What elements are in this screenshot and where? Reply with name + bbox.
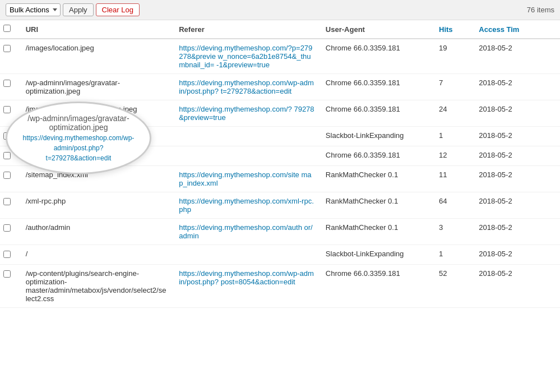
row-hits: 19: [433, 39, 473, 74]
row-checkbox-cell: [0, 74, 20, 100]
clear-log-button[interactable]: Clear Log: [96, 3, 140, 16]
table-row: /xml-rpc.phphttps://deving.mythemeshop.c…: [0, 192, 560, 219]
row-referer: https://deving.mythemeshop.com/site map_…: [173, 166, 320, 192]
row-uri: /: [20, 245, 174, 265]
row-referer: [173, 245, 320, 265]
row-hits: 3: [433, 219, 473, 245]
row-user-agent: RankMathChecker 0.1: [320, 166, 433, 192]
row-checkbox-cell: [0, 127, 20, 146]
table-header-row: URI Referer User-Agent Hits Access Tim: [0, 20, 560, 39]
row-checkbox-cell: [0, 219, 20, 245]
header-uri: URI: [20, 20, 174, 39]
row-user-agent: Chrome 66.0.3359.181: [320, 265, 433, 308]
row-checkbox[interactable]: [3, 198, 11, 205]
row-user-agent: RankMathChecker 0.1: [320, 192, 433, 219]
row-checkbox[interactable]: [3, 80, 11, 87]
table-wrapper: /wp-adminn/images/gravatar- optimization…: [0, 20, 560, 308]
row-access-time: 2018-05-2: [473, 127, 560, 146]
row-user-agent: Slackbot-LinkExpanding: [320, 127, 433, 146]
select-all-checkbox[interactable]: [3, 25, 11, 32]
item-count: 76 items: [527, 6, 554, 14]
table-row: /sitemap_index.xmlhttps://deving.mytheme…: [0, 166, 560, 192]
table-row: /Slackbot-LinkExpanding12018-05-2: [0, 127, 560, 146]
table-row: /wp-adminn/images/gravatar-optimization.…: [0, 74, 560, 100]
referer-link[interactable]: https://deving.mythemeshop.com/?p=279278…: [179, 44, 312, 69]
row-access-time: 2018-05-2: [473, 245, 560, 265]
row-access-time: 2018-05-2: [473, 74, 560, 100]
table-row: /images/location.jpeghttps://deving.myth…: [0, 39, 560, 74]
table-row: /wp-content/plugins/search-engine-optimi…: [0, 265, 560, 308]
row-user-agent: Chrome 66.0.3359.181: [320, 100, 433, 127]
referer-link[interactable]: https://deving.mythemeshop.com/site map_…: [179, 170, 311, 187]
log-table: URI Referer User-Agent Hits Access Tim /…: [0, 20, 560, 308]
row-access-time: 2018-05-2: [473, 100, 560, 127]
row-uri: /images/location.jpeg: [20, 39, 174, 74]
row-uri: /author/admin: [20, 219, 174, 245]
apply-button[interactable]: Apply: [63, 3, 94, 16]
toolbar: Bulk Actions Apply Clear Log 76 items: [0, 0, 560, 20]
row-uri: /wp-content/plugins/search-engine-optimi…: [20, 265, 174, 308]
row-checkbox[interactable]: [3, 270, 11, 278]
row-checkbox[interactable]: [3, 224, 11, 232]
row-checkbox-cell: [0, 100, 20, 127]
row-referer: https://deving.mythemeshop.com/wp-admin/…: [173, 74, 320, 100]
header-hits[interactable]: Hits: [433, 20, 473, 39]
row-user-agent: Chrome 66.0.3359.181: [320, 146, 433, 166]
row-hits: 64: [433, 192, 473, 219]
row-checkbox[interactable]: [3, 251, 11, 258]
referer-link[interactable]: https://deving.mythemeshop.com/wp-admin/…: [179, 269, 314, 286]
row-user-agent: RankMathChecker 0.1: [320, 219, 433, 245]
row-hits: 1: [433, 245, 473, 265]
row-access-time: 2018-05-2: [473, 166, 560, 192]
table-row: /seo-checkupChrome 66.0.3359.181122018-0…: [0, 146, 560, 166]
header-referer: Referer: [173, 20, 320, 39]
header-access-time[interactable]: Access Tim: [473, 20, 560, 39]
row-uri: /: [20, 127, 174, 146]
row-hits: 52: [433, 265, 473, 308]
referer-link[interactable]: https://deving.mythemeshop.com/wp-admin/…: [179, 79, 314, 95]
header-check: [0, 20, 20, 39]
table-row: /author/adminhttps://deving.mythemeshop.…: [0, 219, 560, 245]
row-referer: https://deving.mythemeshop.com/xml-rpc.p…: [173, 192, 320, 219]
bulk-actions-select[interactable]: Bulk Actions: [6, 3, 61, 16]
table-row: /images/gravatar-optimization.jpeghttps:…: [0, 100, 560, 127]
row-hits: 24: [433, 100, 473, 127]
row-checkbox-cell: [0, 265, 20, 308]
row-hits: 11: [433, 166, 473, 192]
row-uri: /xml-rpc.php: [20, 192, 174, 219]
row-checkbox-cell: [0, 192, 20, 219]
row-hits: 1: [433, 127, 473, 146]
row-uri: /wp-adminn/images/gravatar-optimization.…: [20, 74, 174, 100]
row-access-time: 2018-05-2: [473, 219, 560, 245]
row-user-agent: Chrome 66.0.3359.181: [320, 74, 433, 100]
referer-link[interactable]: https://deving.mythemeshop.com/auth or/a…: [179, 223, 312, 240]
row-checkbox-cell: [0, 146, 20, 166]
row-uri: /sitemap_index.xml: [20, 166, 174, 192]
row-referer: https://deving.mythemeshop.com/?p=279278…: [173, 39, 320, 74]
row-access-time: 2018-05-2: [473, 146, 560, 166]
row-referer: [173, 127, 320, 146]
row-referer: https://deving.mythemeshop.com/auth or/a…: [173, 219, 320, 245]
row-user-agent: Slackbot-LinkExpanding: [320, 245, 433, 265]
row-checkbox[interactable]: [3, 45, 11, 52]
row-access-time: 2018-05-2: [473, 192, 560, 219]
row-access-time: 2018-05-2: [473, 39, 560, 74]
row-access-time: 2018-05-2: [473, 265, 560, 308]
row-uri: /seo-checkup: [20, 146, 174, 166]
row-checkbox[interactable]: [3, 132, 11, 140]
row-referer: [173, 146, 320, 166]
referer-link[interactable]: https://deving.mythemeshop.com/xml-rpc.p…: [179, 197, 314, 214]
row-checkbox-cell: [0, 39, 20, 74]
row-hits: 12: [433, 146, 473, 166]
table-row: /Slackbot-LinkExpanding12018-05-2: [0, 245, 560, 265]
row-checkbox[interactable]: [3, 152, 11, 159]
referer-link[interactable]: https://deving.mythemeshop.com/? 79278&p…: [179, 105, 314, 122]
row-checkbox[interactable]: [3, 106, 11, 113]
toolbar-left: Bulk Actions Apply Clear Log: [6, 3, 140, 16]
row-referer: https://deving.mythemeshop.com/wp-admin/…: [173, 265, 320, 308]
row-checkbox[interactable]: [3, 172, 11, 179]
row-referer: https://deving.mythemeshop.com/? 79278&p…: [173, 100, 320, 127]
header-user-agent: User-Agent: [320, 20, 433, 39]
row-user-agent: Chrome 66.0.3359.181: [320, 39, 433, 74]
row-uri: /images/gravatar-optimization.jpeg: [20, 100, 174, 127]
